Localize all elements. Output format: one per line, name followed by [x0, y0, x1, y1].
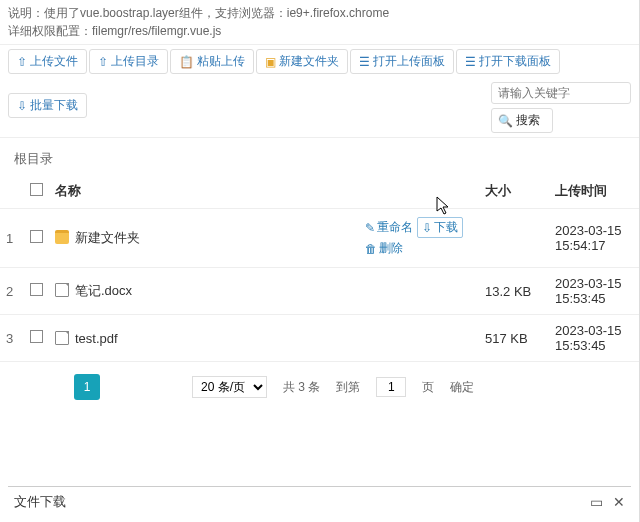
th-time[interactable]: 上传时间 [549, 174, 639, 209]
rename-button[interactable]: ✎重命名 [365, 219, 413, 236]
close-icon[interactable]: ✕ [613, 494, 625, 510]
open-download-panel-button[interactable]: ☰打开下载面板 [456, 49, 560, 74]
open-upload-panel-button[interactable]: ☰打开上传面板 [350, 49, 454, 74]
table-row: 1新建文件夹✎重命名 ⇩下载🗑删除2023-03-15 15:54:17 [0, 209, 639, 268]
row-checkbox[interactable] [30, 330, 43, 343]
row-checkbox[interactable] [30, 283, 43, 296]
table-row: 2笔记.docx13.2 KB2023-03-15 15:53:45 [0, 268, 639, 315]
cell-name[interactable]: test.pdf [49, 315, 359, 362]
page-confirm-button[interactable]: 确定 [450, 379, 474, 396]
page-size-select[interactable]: 20 条/页 [192, 376, 267, 398]
download-icon: ⇩ [422, 221, 432, 235]
new-folder-button[interactable]: ▣新建文件夹 [256, 49, 348, 74]
file-name: test.pdf [75, 331, 118, 346]
open-download-panel-label: 打开下载面板 [479, 53, 551, 70]
delete-button[interactable]: 🗑删除 [365, 240, 403, 257]
search-button-label: 搜索 [516, 112, 540, 129]
panel-icon: ☰ [359, 55, 370, 69]
th-index [0, 174, 24, 209]
search-button[interactable]: 🔍搜索 [491, 108, 553, 133]
page-current[interactable]: 1 [74, 374, 100, 400]
cell-time: 2023-03-15 15:53:45 [549, 268, 639, 315]
th-size[interactable]: 大小 [479, 174, 549, 209]
select-all-checkbox[interactable] [30, 183, 43, 196]
file-icon [55, 283, 69, 297]
page-unit: 页 [422, 379, 434, 396]
page-total: 共 3 条 [283, 379, 320, 396]
download-panel-title: 文件下载 [14, 493, 66, 511]
folder-icon [55, 230, 69, 244]
cell-name[interactable]: 新建文件夹 [49, 209, 359, 268]
desc-line-1: 说明：使用了vue.boostrap.layer组件，支持浏览器：ie9+.fi… [8, 4, 631, 22]
batch-download-label: 批量下载 [30, 97, 78, 114]
paste-upload-button[interactable]: 📋粘贴上传 [170, 49, 254, 74]
cell-actions [359, 268, 479, 315]
cell-index: 1 [0, 209, 24, 268]
upload-dir-button[interactable]: ⇧上传目录 [89, 49, 168, 74]
cell-name[interactable]: 笔记.docx [49, 268, 359, 315]
cell-size [479, 209, 549, 268]
toolbar: ⇧上传文件 ⇧上传目录 📋粘贴上传 ▣新建文件夹 ☰打开上传面板 ☰打开下载面板… [0, 44, 639, 138]
panel-icon: ☰ [465, 55, 476, 69]
cell-checkbox [24, 268, 49, 315]
open-upload-panel-label: 打开上传面板 [373, 53, 445, 70]
file-name: 笔记.docx [75, 283, 132, 298]
row-checkbox[interactable] [30, 230, 43, 243]
cell-size: 517 KB [479, 315, 549, 362]
edit-icon: ✎ [365, 221, 375, 235]
clipboard-icon: 📋 [179, 55, 194, 69]
search-bar: 🔍搜索 [491, 82, 631, 133]
trash-icon: 🗑 [365, 242, 377, 256]
cell-actions [359, 315, 479, 362]
breadcrumb[interactable]: 根目录 [0, 138, 639, 174]
upload-file-button[interactable]: ⇧上传文件 [8, 49, 87, 74]
minimize-icon[interactable]: ▭ [590, 494, 603, 510]
download-icon: ⇩ [17, 99, 27, 113]
batch-download-button[interactable]: ⇩批量下载 [8, 93, 87, 118]
upload-dir-label: 上传目录 [111, 53, 159, 70]
cell-index: 3 [0, 315, 24, 362]
cell-checkbox [24, 315, 49, 362]
cell-time: 2023-03-15 15:53:45 [549, 315, 639, 362]
folder-icon: ▣ [265, 55, 276, 69]
desc-line-2: 详细权限配置：filemgr/res/filemgr.vue.js [8, 22, 631, 40]
upload-icon: ⇧ [98, 55, 108, 69]
file-table: 名称 大小 上传时间 1新建文件夹✎重命名 ⇩下载🗑删除2023-03-15 1… [0, 174, 639, 362]
new-folder-label: 新建文件夹 [279, 53, 339, 70]
th-name[interactable]: 名称 [49, 174, 479, 209]
cell-checkbox [24, 209, 49, 268]
download-panel-footer: 文件下载 ▭ ✕ [8, 486, 631, 516]
cell-index: 2 [0, 268, 24, 315]
cell-size: 13.2 KB [479, 268, 549, 315]
page-goto-label: 到第 [336, 379, 360, 396]
description-block: 说明：使用了vue.boostrap.layer组件，支持浏览器：ie9+.fi… [0, 0, 639, 44]
paste-upload-label: 粘贴上传 [197, 53, 245, 70]
search-input[interactable] [491, 82, 631, 104]
file-name: 新建文件夹 [75, 230, 140, 245]
pagination: 1 20 条/页 共 3 条 到第 页 确定 [0, 362, 639, 412]
upload-file-label: 上传文件 [30, 53, 78, 70]
page-goto-input[interactable] [376, 377, 406, 397]
table-header-row: 名称 大小 上传时间 [0, 174, 639, 209]
download-button[interactable]: ⇩下载 [417, 217, 463, 238]
cell-time: 2023-03-15 15:54:17 [549, 209, 639, 268]
upload-icon: ⇧ [17, 55, 27, 69]
search-icon: 🔍 [498, 114, 513, 128]
file-icon [55, 331, 69, 345]
table-row: 3test.pdf517 KB2023-03-15 15:53:45 [0, 315, 639, 362]
th-checkbox [24, 174, 49, 209]
cell-actions: ✎重命名 ⇩下载🗑删除 [359, 209, 479, 268]
